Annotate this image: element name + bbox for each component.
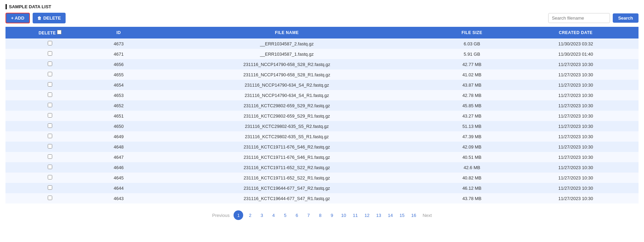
row-filename: __ERR1034587_2.fastq.gz	[143, 38, 431, 49]
row-checkbox[interactable]	[48, 62, 52, 66]
row-filename: 231116_KCTC29802-659_S29_R2.fastq.gz	[143, 100, 431, 111]
row-filesize: 5.91 GB	[431, 49, 513, 59]
row-checkbox[interactable]	[48, 144, 52, 148]
row-filename: 231116_KCTC29802-659_S29_R1.fastq.gz	[143, 111, 431, 121]
row-createddate: 11/27/2023 10:30	[513, 152, 639, 162]
pagination-page-5[interactable]: 5	[280, 210, 290, 220]
row-checkbox[interactable]	[48, 154, 52, 159]
row-checkbox[interactable]	[48, 185, 52, 190]
data-table: DELETE ID FILE NAME FILE SIZE CREATED DA…	[5, 27, 639, 204]
pagination-page-16[interactable]: 16	[409, 210, 418, 220]
row-id: 4648	[94, 142, 143, 152]
toolbar-right: Search	[548, 13, 639, 23]
row-filesize: 43.78 MB	[431, 193, 513, 204]
pagination-page-6[interactable]: 6	[292, 210, 302, 220]
table-row: 4646 231116_KCTC19711-652_S22_R2.fastq.g…	[5, 162, 639, 173]
row-filesize: 42.77 MB	[431, 59, 513, 69]
row-checkbox-cell	[5, 162, 94, 173]
pagination-page-8[interactable]: 8	[315, 210, 325, 220]
pagination-page-13[interactable]: 13	[374, 210, 383, 220]
pagination-page-2[interactable]: 2	[245, 210, 255, 220]
row-filename: 231116_NCCP14790-658_S28_R1.fastq.gz	[143, 69, 431, 80]
row-createddate: 11/27/2023 10:30	[513, 100, 639, 111]
row-id: 4650	[94, 121, 143, 131]
table-row: 4649 231116_KCTC29802-635_S5_R1.fastq.gz…	[5, 131, 639, 142]
row-checkbox-cell	[5, 142, 94, 152]
row-id: 4651	[94, 111, 143, 121]
row-id: 4655	[94, 69, 143, 80]
row-checkbox[interactable]	[48, 103, 52, 107]
row-createddate: 11/27/2023 10:30	[513, 80, 639, 90]
row-filename: 231116_KCTC19644-677_S47_R1.fastq.gz	[143, 193, 431, 204]
row-checkbox-cell	[5, 183, 94, 193]
row-id: 4654	[94, 80, 143, 90]
pagination-page-4[interactable]: 4	[269, 210, 278, 220]
row-checkbox[interactable]	[48, 72, 52, 76]
row-checkbox[interactable]	[48, 123, 52, 128]
row-checkbox[interactable]	[48, 82, 52, 87]
row-id: 4647	[94, 152, 143, 162]
row-createddate: 11/30/2023 03:32	[513, 38, 639, 49]
pagination: Previous 1 2 3 4 5 6 7 8 9 10 11 12 13 1…	[5, 210, 639, 227]
row-checkbox[interactable]	[48, 113, 52, 118]
table-row: 4656 231116_NCCP14790-658_S28_R2.fastq.g…	[5, 59, 639, 69]
pagination-page-14[interactable]: 14	[385, 210, 395, 220]
row-id: 4656	[94, 59, 143, 69]
row-filesize: 46.12 MB	[431, 183, 513, 193]
pagination-next[interactable]: Next	[420, 210, 434, 220]
row-checkbox[interactable]	[48, 134, 52, 138]
row-checkbox[interactable]	[48, 165, 52, 169]
row-filename: 231116_KCTC29802-635_S5_R1.fastq.gz	[143, 131, 431, 142]
toolbar: + ADD 🗑 DELETE Search	[5, 13, 639, 23]
row-filename: 231116_KCTC19711-652_S22_R2.fastq.gz	[143, 162, 431, 173]
search-button[interactable]: Search	[613, 13, 639, 23]
row-id: 4673	[94, 38, 143, 49]
pagination-page-10[interactable]: 10	[339, 210, 348, 220]
row-checkbox[interactable]	[48, 175, 52, 179]
row-filesize: 42.78 MB	[431, 90, 513, 100]
pagination-previous[interactable]: Previous	[210, 210, 232, 220]
pagination-page-11[interactable]: 11	[350, 210, 360, 220]
row-checkbox[interactable]	[48, 41, 52, 45]
row-checkbox[interactable]	[48, 51, 52, 56]
table-row: 4651 231116_KCTC29802-659_S29_R1.fastq.g…	[5, 111, 639, 121]
col-delete: DELETE	[5, 27, 94, 38]
delete-button[interactable]: 🗑 DELETE	[33, 13, 66, 23]
row-id: 4646	[94, 162, 143, 173]
search-input[interactable]	[548, 13, 610, 23]
table-row: 4652 231116_KCTC29802-659_S29_R2.fastq.g…	[5, 100, 639, 111]
pagination-page-7[interactable]: 7	[304, 210, 313, 220]
row-checkbox-cell	[5, 90, 94, 100]
table-header: DELETE ID FILE NAME FILE SIZE CREATED DA…	[5, 27, 639, 38]
pagination-page-3[interactable]: 3	[257, 210, 267, 220]
trash-icon: 🗑	[37, 16, 42, 21]
row-checkbox-cell	[5, 38, 94, 49]
row-checkbox[interactable]	[48, 92, 52, 97]
row-filename: __ERR1034587_1.fastq.gz	[143, 49, 431, 59]
row-checkbox-cell	[5, 121, 94, 131]
pagination-page-1[interactable]: 1	[234, 210, 243, 220]
row-checkbox-cell	[5, 193, 94, 204]
row-checkbox-cell	[5, 152, 94, 162]
pagination-page-9[interactable]: 9	[327, 210, 337, 220]
row-checkbox-cell	[5, 49, 94, 59]
table-row: 4654 231116_NCCP14790-634_S4_R2.fastq.gz…	[5, 80, 639, 90]
row-checkbox[interactable]	[48, 196, 52, 200]
row-filesize: 42.09 MB	[431, 142, 513, 152]
row-createddate: 11/27/2023 10:30	[513, 162, 639, 173]
pagination-page-12[interactable]: 12	[362, 210, 372, 220]
row-createddate: 11/27/2023 10:30	[513, 173, 639, 183]
row-createddate: 11/27/2023 10:30	[513, 69, 639, 80]
select-all-checkbox[interactable]	[57, 30, 61, 34]
row-createddate: 11/30/2023 01:40	[513, 49, 639, 59]
row-createddate: 11/27/2023 10:30	[513, 193, 639, 204]
row-id: 4653	[94, 90, 143, 100]
col-id: ID	[94, 27, 143, 38]
col-createddate: CREATED DATE	[513, 27, 639, 38]
add-button[interactable]: + ADD	[5, 13, 30, 23]
pagination-page-15[interactable]: 15	[397, 210, 407, 220]
col-filesize: FILE SIZE	[431, 27, 513, 38]
row-createddate: 11/27/2023 10:30	[513, 131, 639, 142]
row-createddate: 11/27/2023 10:30	[513, 142, 639, 152]
toolbar-left: + ADD 🗑 DELETE	[5, 13, 66, 23]
